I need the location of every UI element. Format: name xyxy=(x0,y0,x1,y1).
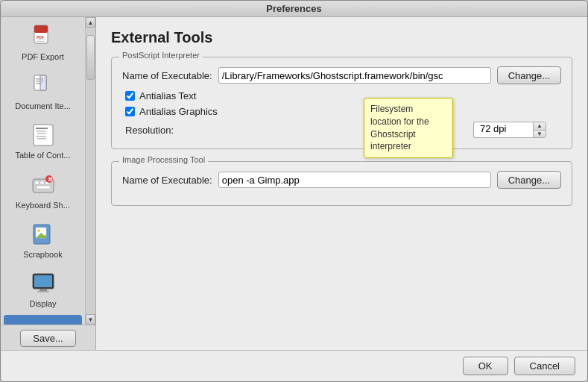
svg-rect-9 xyxy=(36,83,42,84)
image-legend: Image Processing Tool xyxy=(119,155,208,164)
svg-text:⌘: ⌘ xyxy=(48,177,53,182)
sidebar-item-document[interactable]: Document Ite... xyxy=(1,66,85,116)
svg-rect-15 xyxy=(37,138,46,140)
scrollbar-down-arrow[interactable]: ▼ xyxy=(86,314,95,325)
antialias-graphics-checkbox[interactable] xyxy=(125,107,135,116)
svg-rect-29 xyxy=(37,291,49,292)
bottom-bar: OK Cancel xyxy=(1,350,587,381)
sidebar-item-label-keyboard: Keyboard Sh... xyxy=(16,201,70,210)
postscript-section: PostScript Interpreter Name of Executabl… xyxy=(111,57,572,149)
cancel-button[interactable]: Cancel xyxy=(514,357,575,375)
resolution-label: Resolution: xyxy=(125,125,174,136)
keyboard-icon: ⌘ xyxy=(30,172,57,198)
ok-button[interactable]: OK xyxy=(463,357,508,375)
document-icon xyxy=(30,72,57,99)
resolution-value: 72 dpi xyxy=(473,122,533,138)
sidebar-item-label-document: Document Ite... xyxy=(15,101,71,111)
svg-rect-11 xyxy=(36,128,48,129)
antialias-text-checkbox[interactable] xyxy=(125,91,135,101)
sidebar-item-display[interactable]: Display xyxy=(1,264,85,313)
sidebar-item-toc[interactable]: Table of Cont... xyxy=(1,116,85,165)
antialias-text-row: Antialias Text xyxy=(125,90,561,101)
scrollbar-thumb[interactable] xyxy=(86,35,95,80)
resolution-input-wrap: 72 dpi ▲ ▼ xyxy=(473,122,546,138)
preferences-window: Preferences PDF xyxy=(0,0,588,382)
sidebar-item-label-scrapbook: Scrapbook xyxy=(23,250,63,260)
svg-rect-20 xyxy=(37,186,50,189)
img-executable-input[interactable] xyxy=(218,172,491,188)
svg-rect-17 xyxy=(35,181,39,184)
scrapbook-icon xyxy=(30,221,57,248)
svg-rect-28 xyxy=(39,289,47,291)
display-icon xyxy=(30,270,57,297)
sidebar-item-label-pdf-export: PDF Export xyxy=(22,52,64,62)
svg-rect-4 xyxy=(37,41,44,42)
antialias-graphics-label: Antialias Graphics xyxy=(139,106,218,117)
toc-icon xyxy=(30,122,57,148)
tooltip: Filesystem location for the Ghostscript … xyxy=(364,98,453,158)
ps-executable-input[interactable] xyxy=(218,67,491,84)
img-change-button[interactable]: Change... xyxy=(497,171,561,189)
img-executable-row: Name of Executable: Change... xyxy=(122,171,561,189)
svg-point-25 xyxy=(37,229,40,232)
sidebar-scrollbar[interactable]: ▲ ▼ xyxy=(85,17,95,325)
titlebar: Preferences xyxy=(1,1,587,17)
svg-rect-27 xyxy=(34,275,52,287)
scrollbar-track xyxy=(86,28,95,314)
main-content: External Tools PostScript Interpreter Na… xyxy=(96,17,587,350)
resolution-stepper[interactable]: ▲ ▼ xyxy=(533,122,546,138)
page-title: External Tools xyxy=(111,29,572,46)
image-section: Image Processing Tool Name of Executable… xyxy=(111,161,572,206)
stepper-up-button[interactable]: ▲ xyxy=(534,122,546,131)
sidebar-item-keyboard[interactable]: ⌘ Keyboard Sh... xyxy=(1,166,85,215)
svg-rect-7 xyxy=(36,78,43,80)
antialias-text-label: Antialias Text xyxy=(139,90,196,101)
ps-executable-label: Name of Executable: xyxy=(122,70,212,81)
sidebar-item-external-tools[interactable]: External Tools xyxy=(4,315,82,325)
antialias-graphics-row: Antialias Graphics xyxy=(125,106,561,117)
sidebar-scroll-area: PDF PDF Export xyxy=(1,17,95,325)
stepper-down-button[interactable]: ▼ xyxy=(534,131,546,138)
pdf-export-icon: PDF xyxy=(30,23,57,50)
sidebar-item-pdf-export[interactable]: PDF PDF Export xyxy=(1,17,85,66)
save-button[interactable]: Save... xyxy=(20,330,75,347)
sidebar-item-scrapbook[interactable]: Scrapbook xyxy=(1,215,85,264)
svg-rect-8 xyxy=(36,81,43,82)
svg-rect-12 xyxy=(36,131,46,132)
scrollbar-up-arrow[interactable]: ▲ xyxy=(86,17,95,28)
img-executable-label: Name of Executable: xyxy=(122,175,212,186)
svg-rect-1 xyxy=(34,25,48,33)
svg-text:PDF: PDF xyxy=(37,35,44,40)
sidebar: PDF PDF Export xyxy=(1,17,96,350)
postscript-legend: PostScript Interpreter xyxy=(119,51,203,60)
svg-rect-3 xyxy=(37,40,45,40)
sidebar-item-label-display: Display xyxy=(29,299,56,309)
svg-rect-14 xyxy=(36,136,46,137)
ps-executable-row: Name of Executable: Change... xyxy=(122,66,561,84)
sidebar-items: PDF PDF Export xyxy=(1,17,85,325)
window-title: Preferences xyxy=(266,3,321,14)
sidebar-item-label-toc: Table of Cont... xyxy=(16,151,71,160)
ps-change-button[interactable]: Change... xyxy=(497,66,561,84)
window-body: PDF PDF Export xyxy=(1,17,587,350)
svg-rect-13 xyxy=(37,133,46,134)
resolution-row: Resolution: 72 dpi ▲ ▼ xyxy=(125,122,561,138)
svg-rect-18 xyxy=(40,181,44,184)
sidebar-bottom: Save... xyxy=(1,325,95,350)
